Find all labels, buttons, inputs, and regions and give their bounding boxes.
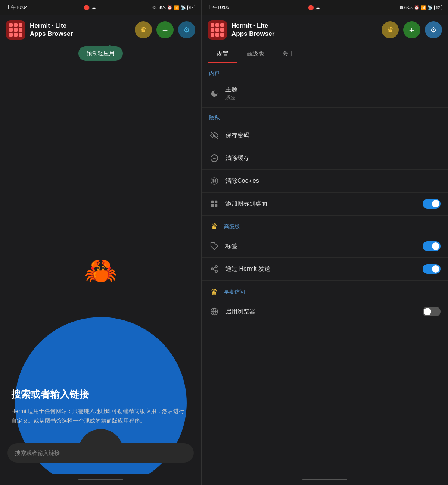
svg-point-4 <box>213 179 214 181</box>
toggle-thumb <box>432 242 439 250</box>
section-early-access-header: ♛ 早期访问 <box>202 281 448 300</box>
right-battery-icon: 62 <box>434 5 442 10</box>
setting-send-via-hermit[interactable]: 通过 Hermit 发送 <box>202 258 448 281</box>
globe-icon <box>209 306 220 317</box>
settings-tabs: 设置 高级版 关于 <box>202 45 448 63</box>
right-alarm-icon: ⏰ <box>414 5 419 10</box>
tabs-toggle[interactable] <box>423 241 441 251</box>
svg-line-18 <box>213 267 215 269</box>
right-speed: 36.6K/s <box>399 5 413 10</box>
setting-theme[interactable]: 主题 系统 <box>202 80 448 107</box>
left-status-icons: 43.5K/s ⏰ 📶 📡 62 <box>152 5 195 10</box>
grid-dot <box>220 23 224 27</box>
toggle-thumb <box>424 308 431 315</box>
description-body: Hermit适用于任何网站：只需键入地址即可创建精简版应用，然后进行自定义。或从… <box>11 406 190 425</box>
enable-browser-text: 启用浏览器 <box>225 308 417 316</box>
crown-section-icon: ♛ <box>209 222 220 232</box>
premium-button-left[interactable]: ♛ <box>135 21 152 38</box>
svg-point-14 <box>215 266 218 268</box>
right-app-icon-grid[interactable] <box>208 20 227 40</box>
right-notification-icons: 🔴 ☁ <box>308 5 320 10</box>
tab-premium[interactable]: 高级版 <box>237 45 273 63</box>
crown-icon-right: ♛ <box>387 25 393 34</box>
section-premium-header: ♛ 高级版 <box>202 216 448 235</box>
tooltip-area: 预制轻应用 <box>0 45 201 67</box>
toggle-thumb <box>432 265 439 273</box>
svg-rect-11 <box>211 204 214 207</box>
left-status-bar: 上午10:04 🔴 ☁ 43.5K/s ⏰ 📶 📡 62 <box>0 0 201 15</box>
add-to-desktop-toggle[interactable] <box>423 199 441 209</box>
settings-button-right[interactable]: ⚙ <box>425 21 442 38</box>
gear-icon-left: ⚙ <box>183 25 190 34</box>
tooltip-bubble: 预制轻应用 <box>78 46 123 61</box>
wifi-icon: 📡 <box>181 5 186 10</box>
setting-clear-cookies[interactable]: 清除Cookies <box>202 170 448 193</box>
right-status-bar: 上午10:05 🔴 ☁ 36.6K/s ⏰ 📶 📡 62 <box>202 0 448 15</box>
grid-icon <box>209 198 220 209</box>
cookie-icon <box>209 176 220 186</box>
eye-slash-icon <box>209 130 220 141</box>
search-placeholder: 搜索或者输入链接 <box>15 450 60 457</box>
add-icon-left: + <box>162 24 168 36</box>
home-indicator-right <box>302 479 347 480</box>
grid-dot <box>211 33 214 37</box>
send-via-hermit-text: 通过 Hermit 发送 <box>225 265 417 273</box>
grid-dot <box>215 28 219 32</box>
right-time: 上午10:05 <box>208 4 230 11</box>
setting-save-password[interactable]: 保存密码 <box>202 124 448 147</box>
grid-dot <box>211 23 214 27</box>
add-button-right[interactable]: + <box>403 21 420 38</box>
enable-browser-toggle[interactable] <box>423 307 441 316</box>
app-title-right: Hermit · Lite Apps Browser <box>231 22 377 38</box>
left-app-header: Hermit · Lite Apps Browser ♛ + ⚙ <box>0 15 201 45</box>
description-title: 搜索或者输入链接 <box>11 388 190 401</box>
right-app-header: Hermit · Lite Apps Browser ♛ + ⚙ <box>202 15 448 45</box>
left-notification-icons: 🔴 ☁ <box>84 5 96 10</box>
premium-button-right[interactable]: ♛ <box>382 21 399 38</box>
gear-icon-right: ⚙ <box>430 25 437 34</box>
settings-button-left[interactable]: ⚙ <box>178 21 195 38</box>
tag-icon <box>209 241 220 251</box>
grid-dot <box>220 28 224 32</box>
grid-dot <box>211 28 214 32</box>
svg-point-5 <box>215 179 216 181</box>
setting-add-to-desktop[interactable]: 添加图标到桌面 <box>202 193 448 215</box>
send-via-hermit-toggle[interactable] <box>423 264 441 274</box>
clear-cache-text: 清除缓存 <box>225 154 441 162</box>
svg-rect-9 <box>211 201 214 203</box>
crown-early-icon: ♛ <box>209 287 220 297</box>
setting-enable-browser[interactable]: 启用浏览器 <box>202 300 448 323</box>
grid-dot <box>215 23 219 27</box>
crab-mascot: 🦀 <box>84 255 118 287</box>
svg-line-17 <box>213 269 215 271</box>
add-icon-right: + <box>409 24 414 36</box>
search-bar-bottom[interactable]: 搜索或者输入链接 <box>7 443 194 463</box>
right-signal-icon: 📶 <box>421 5 426 10</box>
setting-tabs[interactable]: 标签 <box>202 235 448 258</box>
left-content: 🦀 搜索或者输入链接 Hermit适用于任何网站：只需键入地址即可创建精简版应用… <box>0 67 201 474</box>
left-panel: 上午10:04 🔴 ☁ 43.5K/s ⏰ 📶 📡 62 Hermit · Li… <box>0 0 202 485</box>
add-button-left[interactable]: + <box>156 21 174 38</box>
grid-dot <box>220 33 224 37</box>
tab-settings[interactable]: 设置 <box>208 45 237 63</box>
battery-icon: 62 <box>187 5 195 10</box>
grid-dot <box>9 28 13 32</box>
theme-icon <box>209 88 220 99</box>
grid-dot <box>19 28 22 32</box>
minus-circle-icon <box>209 153 220 163</box>
home-indicator-left <box>78 479 123 480</box>
description-block: 搜索或者输入链接 Hermit适用于任何网站：只需键入地址即可创建精简版应用，然… <box>11 388 190 425</box>
grid-dot <box>19 23 22 27</box>
svg-rect-12 <box>215 204 217 207</box>
app-title-left: Hermit · Lite Apps Browser <box>30 22 130 38</box>
svg-point-15 <box>211 268 214 270</box>
signal-icon: 📶 <box>174 5 179 10</box>
svg-point-7 <box>215 181 216 182</box>
share-icon <box>209 264 220 274</box>
app-icon-grid[interactable] <box>6 20 25 40</box>
tab-about[interactable]: 关于 <box>273 45 303 63</box>
clear-cookies-text: 清除Cookies <box>225 177 441 185</box>
right-bottom-indicator <box>202 474 448 485</box>
grid-dot <box>14 23 18 27</box>
setting-clear-cache[interactable]: 清除缓存 <box>202 147 448 170</box>
